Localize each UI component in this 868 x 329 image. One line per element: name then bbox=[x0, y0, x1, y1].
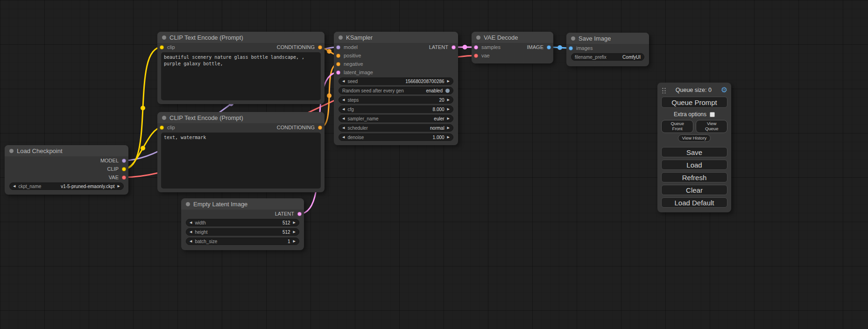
link-midpoint-dot[interactable] bbox=[327, 93, 332, 98]
prompt-textarea[interactable]: beautiful scenery nature glass bottle la… bbox=[161, 52, 321, 100]
input-port-vae[interactable] bbox=[474, 54, 478, 58]
combo-right-arrow-icon[interactable]: ▶ bbox=[447, 108, 450, 111]
input-port-latent_image[interactable] bbox=[336, 70, 340, 75]
menu-drag-handle-icon[interactable] bbox=[661, 87, 666, 93]
collapse-toggle-icon[interactable] bbox=[186, 202, 190, 206]
input-port-images[interactable] bbox=[569, 46, 573, 50]
output-slot-MODEL: MODEL bbox=[100, 156, 126, 165]
save-button[interactable]: Save bbox=[661, 147, 727, 157]
combo-right-arrow-icon[interactable]: ▶ bbox=[293, 221, 296, 224]
view-history-button[interactable]: View History bbox=[678, 134, 711, 142]
output-port-LATENT[interactable] bbox=[297, 212, 302, 216]
widget-scheduler[interactable]: ◀schedulernormal▶ bbox=[339, 124, 453, 132]
toggle-indicator-icon[interactable] bbox=[445, 89, 450, 93]
combo-left-arrow-icon[interactable]: ◀ bbox=[342, 136, 345, 139]
node-title-bar[interactable]: Save Image bbox=[566, 33, 649, 44]
output-port-CONDITIONING[interactable] bbox=[318, 126, 322, 130]
combo-left-arrow-icon[interactable]: ◀ bbox=[342, 98, 345, 102]
combo-right-arrow-icon[interactable]: ▶ bbox=[447, 98, 450, 102]
node-save-image[interactable]: Save Imageimagesfilename_prefixComfyUI bbox=[566, 33, 649, 66]
clear-button[interactable]: Clear bbox=[661, 185, 727, 195]
node-title-bar[interactable]: CLIP Text Encode (Prompt) bbox=[157, 112, 325, 123]
widget-height[interactable]: ◀height512▶ bbox=[186, 228, 299, 236]
link-midpoint-dot[interactable] bbox=[327, 49, 332, 54]
input-port-samples[interactable] bbox=[474, 45, 478, 49]
combo-left-arrow-icon[interactable]: ◀ bbox=[342, 126, 345, 130]
widget-Random seed after every gen[interactable]: Random seed after every genenabled bbox=[339, 87, 453, 94]
widget-cfg[interactable]: ◀cfg8.000▶ bbox=[339, 105, 453, 113]
combo-right-arrow-icon[interactable]: ▶ bbox=[447, 117, 450, 120]
input-port-model[interactable] bbox=[336, 45, 340, 49]
widget-denoise[interactable]: ◀denoise1.000▶ bbox=[339, 133, 453, 141]
link-midpoint-dot[interactable] bbox=[463, 45, 467, 49]
combo-right-arrow-icon[interactable]: ▶ bbox=[293, 231, 296, 234]
widget-steps[interactable]: ◀steps20▶ bbox=[339, 96, 453, 104]
history-row: View History bbox=[661, 134, 727, 142]
widget-filename_prefix[interactable]: filename_prefixComfyUI bbox=[571, 53, 644, 61]
extra-options-checkbox[interactable] bbox=[710, 112, 715, 117]
combo-left-arrow-icon[interactable]: ◀ bbox=[190, 221, 192, 224]
load-default-button[interactable]: Load Default bbox=[661, 197, 727, 208]
widget-ckpt_name[interactable]: ◀ckpt_namev1-5-pruned-emaonly.ckpt▶ bbox=[9, 182, 124, 190]
widget-name: Random seed after every gen bbox=[342, 88, 404, 93]
combo-left-arrow-icon[interactable]: ◀ bbox=[190, 240, 192, 243]
queue-front-button[interactable]: Queue Front bbox=[661, 120, 693, 133]
node-vae-decode[interactable]: VAE DecodesamplesIMAGEvae bbox=[472, 32, 553, 63]
node-title-bar[interactable]: CLIP Text Encode (Prompt) bbox=[157, 32, 325, 43]
node-load-checkpoint[interactable]: Load CheckpointMODELCLIPVAE◀ckpt_namev1-… bbox=[5, 145, 128, 195]
combo-right-arrow-icon[interactable]: ▶ bbox=[293, 240, 296, 243]
refresh-button[interactable]: Refresh bbox=[661, 172, 727, 182]
settings-gear-icon[interactable]: ⚙ bbox=[721, 86, 727, 94]
input-port-positive[interactable] bbox=[336, 54, 340, 58]
link-midpoint-dot[interactable] bbox=[141, 106, 145, 111]
node-empty-latent-image[interactable]: Empty Latent ImageLATENT◀width512▶◀heigh… bbox=[181, 198, 304, 250]
combo-left-arrow-icon[interactable]: ◀ bbox=[342, 117, 345, 120]
widget-sampler_name[interactable]: ◀sampler_nameeuler▶ bbox=[339, 115, 453, 122]
combo-left-arrow-icon[interactable]: ◀ bbox=[190, 231, 192, 234]
collapse-toggle-icon[interactable] bbox=[571, 36, 575, 41]
collapse-toggle-icon[interactable] bbox=[476, 35, 480, 40]
collapse-toggle-icon[interactable] bbox=[162, 35, 166, 40]
view-queue-button[interactable]: View Queue bbox=[696, 120, 727, 133]
combo-left-arrow-icon[interactable]: ◀ bbox=[342, 108, 345, 111]
combo-right-arrow-icon[interactable]: ▶ bbox=[118, 185, 120, 188]
node-title-bar[interactable]: KSampler bbox=[334, 32, 458, 43]
collapse-toggle-icon[interactable] bbox=[339, 35, 343, 40]
collapse-toggle-icon[interactable] bbox=[162, 116, 166, 120]
input-slot-samples: samples bbox=[474, 43, 501, 51]
widget-seed[interactable]: ◀seed156680208700286▶ bbox=[339, 77, 453, 85]
output-slot-label: IMAGE bbox=[527, 44, 543, 50]
combo-left-arrow-icon[interactable]: ◀ bbox=[342, 80, 345, 83]
widget-row: ◀width512▶ bbox=[181, 218, 304, 227]
widget-batch_size[interactable]: ◀batch_size1▶ bbox=[186, 238, 299, 245]
output-port-CONDITIONING[interactable] bbox=[318, 45, 322, 49]
slot-row: vae bbox=[472, 51, 553, 60]
combo-right-arrow-icon[interactable]: ▶ bbox=[447, 136, 450, 139]
node-title-bar[interactable]: VAE Decode bbox=[472, 32, 553, 43]
combo-right-arrow-icon[interactable]: ▶ bbox=[447, 80, 450, 83]
link-midpoint-dot[interactable] bbox=[141, 146, 145, 151]
output-slot-CONDITIONING: CONDITIONING bbox=[277, 43, 322, 51]
node-clip-text-encode-negative[interactable]: CLIP Text Encode (Prompt)clipCONDITIONIN… bbox=[157, 112, 325, 192]
output-port-IMAGE[interactable] bbox=[547, 45, 551, 49]
link-midpoint-dot[interactable] bbox=[557, 45, 562, 50]
graph-canvas[interactable]: Load CheckpointMODELCLIPVAE◀ckpt_namev1-… bbox=[0, 0, 868, 329]
output-port-MODEL[interactable] bbox=[122, 159, 126, 163]
input-port-negative[interactable] bbox=[336, 62, 340, 66]
node-clip-text-encode-positive[interactable]: CLIP Text Encode (Prompt)clipCONDITIONIN… bbox=[157, 32, 325, 104]
output-port-CLIP[interactable] bbox=[122, 167, 126, 171]
node-ksampler[interactable]: KSamplermodelLATENTpositivenegativelaten… bbox=[334, 32, 458, 145]
load-button[interactable]: Load bbox=[661, 160, 727, 170]
widget-width[interactable]: ◀width512▶ bbox=[186, 219, 299, 226]
input-port-clip[interactable] bbox=[160, 45, 164, 49]
input-port-clip[interactable] bbox=[160, 126, 164, 130]
collapse-toggle-icon[interactable] bbox=[9, 149, 14, 153]
node-title-bar[interactable]: Load Checkpoint bbox=[5, 145, 128, 156]
prompt-textarea[interactable]: text, watermark bbox=[161, 133, 321, 189]
combo-right-arrow-icon[interactable]: ▶ bbox=[447, 126, 450, 130]
queue-prompt-button[interactable]: Queue Prompt bbox=[661, 97, 727, 108]
node-title-bar[interactable]: Empty Latent Image bbox=[181, 198, 304, 210]
output-port-VAE[interactable] bbox=[122, 175, 126, 180]
combo-left-arrow-icon[interactable]: ◀ bbox=[13, 185, 15, 188]
output-port-LATENT[interactable] bbox=[452, 45, 456, 49]
